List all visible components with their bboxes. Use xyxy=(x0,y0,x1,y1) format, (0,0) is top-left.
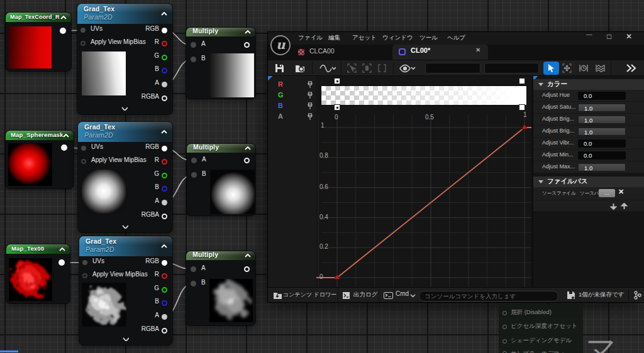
alpha-gradient-strip xyxy=(321,86,526,105)
ue-logo: u xyxy=(270,35,291,55)
node-multiply-1: Multiply A B xyxy=(186,28,255,99)
curve-graph xyxy=(316,76,531,287)
node-multiply-2: Multiply A B xyxy=(187,144,255,215)
node-grad-tex-1: Grad_Tex Param2D UVs Apply View MipBias … xyxy=(77,4,172,114)
node-grad-tex-2: Grad_Tex Param2D UVs Apply View MipBias … xyxy=(78,122,172,232)
node-map-texcoord: Map_TexCoord_R xyxy=(6,13,71,71)
channel-sidebar: R G B A xyxy=(268,76,316,287)
node-grad-tex-3: Grad_Tex Param2D UVs Apply View MipBias … xyxy=(79,236,172,345)
tab-cl00[interactable]: CL00* ✕ xyxy=(392,45,488,60)
toolbar xyxy=(268,60,644,76)
details-panel: カラー Adjust Hue0.0 Adjust Satu...1.0 Adju… xyxy=(533,76,644,287)
tab-bar: CLCA00 CL00* ✕ xyxy=(268,45,644,60)
curve-editor-window: ファイル 編集 アセット ウィンドウ ツール ヘルプ — □ ✕ CLCA00 … xyxy=(268,32,644,302)
unreal-material-curve-editor: Map_TexCoord_R Grad_Tex Param2D UVs Appl… xyxy=(0,0,644,353)
node-map-tex00: Map_Tex00 xyxy=(6,244,70,303)
node-multiply-3: Multiply A B xyxy=(186,251,255,325)
curve-content: R G B A 0 0.5 1 1 0.8 0.6 xyxy=(268,76,644,287)
material-properties-overlay: 屈折 (Disabled) ピクセル深度オフセット シェーディングモデル サンプ… xyxy=(499,304,583,353)
node-map-spheremask: Map_Spheremask xyxy=(6,131,74,188)
status-bar: コンテンツ ドロワー 出力ログ Cmd コンソールコマンドを入力します 1個が未… xyxy=(268,287,644,302)
console-input[interactable]: コンソールコマンドを入力します xyxy=(419,291,558,301)
menu-bar: ファイル 編集 アセット ウィンドウ ツール ヘルプ — □ ✕ xyxy=(268,32,644,45)
watermark: マテ xyxy=(586,329,644,353)
